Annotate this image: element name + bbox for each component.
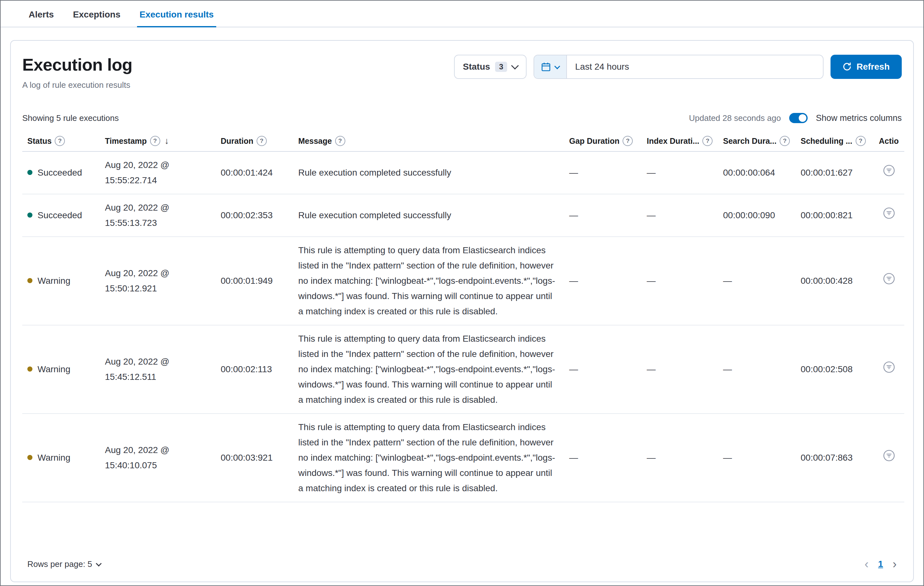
scheduling-delay-cell: 00:00:00:428: [795, 237, 874, 325]
search-duration-cell: —: [718, 237, 795, 325]
previous-page-icon[interactable]: ‹: [865, 558, 869, 570]
row-actions-filter-icon[interactable]: [883, 164, 895, 177]
message-cell: Rule execution completed successfully: [293, 194, 564, 237]
status-label: Warning: [38, 276, 70, 286]
tab-alerts[interactable]: Alerts: [26, 1, 56, 27]
toolbar-right: Updated 28 seconds ago Show metrics colu…: [689, 113, 902, 123]
status-label: Succeeded: [38, 210, 82, 220]
chevron-down-icon: [554, 63, 560, 69]
execution-log-panel: Execution log A log of rule execution re…: [10, 40, 914, 582]
status-filter-button[interactable]: Status 3: [454, 55, 526, 79]
help-icon[interactable]: ?: [55, 136, 65, 146]
status-cell: Succeeded: [22, 151, 100, 194]
gap-duration-cell: —: [564, 325, 642, 414]
help-icon[interactable]: ?: [257, 136, 267, 146]
help-icon[interactable]: ?: [335, 136, 345, 146]
page-number[interactable]: 1: [878, 559, 883, 569]
status-cell: Warning: [22, 237, 100, 325]
table-body: Succeeded Aug 20, 2022 @ 15:55:22.714 00…: [22, 151, 904, 502]
index-duration-cell: —: [642, 151, 718, 194]
message-cell: This rule is attempting to query data fr…: [293, 414, 564, 502]
refresh-button-label: Refresh: [856, 62, 890, 72]
gap-duration-cell: —: [564, 151, 642, 194]
show-metrics-toggle[interactable]: [789, 113, 808, 123]
rows-per-page-label: Rows per page: 5: [27, 559, 92, 569]
execution-results-page: Alerts Exceptions Execution results Exec…: [0, 0, 924, 586]
column-header-search-duration: Search Dura...?: [718, 131, 795, 151]
duration-cell: 00:00:01:949: [216, 237, 293, 325]
status-label: Warning: [38, 453, 70, 463]
actions-cell: [874, 325, 904, 414]
timestamp-cell: Aug 20, 2022 @ 15:40:10.075: [100, 414, 216, 502]
status-cell: Warning: [22, 414, 100, 502]
timestamp-cell: Aug 20, 2022 @ 15:50:12.921: [100, 237, 216, 325]
table-toolbar: Showing 5 rule executions Updated 28 sec…: [22, 113, 902, 123]
table-row: Warning Aug 20, 2022 @ 15:50:12.921 00:0…: [22, 237, 904, 325]
timestamp-cell: Aug 20, 2022 @ 15:55:13.723: [100, 194, 216, 237]
tab-exceptions[interactable]: Exceptions: [70, 1, 123, 27]
message-cell: This rule is attempting to query data fr…: [293, 325, 564, 414]
index-duration-cell: —: [642, 325, 718, 414]
status-dot: [27, 212, 33, 218]
table-row: Succeeded Aug 20, 2022 @ 15:55:22.714 00…: [22, 151, 904, 194]
table-row: Warning Aug 20, 2022 @ 15:40:10.075 00:0…: [22, 414, 904, 502]
status-label: Succeeded: [38, 168, 82, 177]
pagination: ‹ 1 ›: [865, 558, 897, 570]
tab-execution-results[interactable]: Execution results: [137, 1, 216, 27]
status-filter-label: Status: [463, 62, 490, 72]
column-header-timestamp[interactable]: Timestamp?↓: [100, 131, 216, 151]
actions-cell: [874, 237, 904, 325]
gap-duration-cell: —: [564, 237, 642, 325]
sort-desc-icon: ↓: [165, 136, 169, 146]
status-cell: Warning: [22, 325, 100, 414]
row-actions-filter-icon[interactable]: [883, 361, 895, 374]
duration-cell: 00:00:02:113: [216, 325, 293, 414]
column-header-actions: Actions: [874, 131, 904, 151]
toggle-knob: [799, 114, 806, 122]
timestamp-cell: Aug 20, 2022 @ 15:45:12.511: [100, 325, 216, 414]
status-dot: [27, 455, 33, 460]
table-row: Succeeded Aug 20, 2022 @ 15:55:13.723 00…: [22, 194, 904, 237]
help-icon[interactable]: ?: [622, 136, 633, 146]
status-dot: [27, 366, 33, 372]
row-actions-filter-icon[interactable]: [883, 207, 895, 220]
message-cell: Rule execution completed successfully: [293, 151, 564, 194]
status-dot: [27, 170, 33, 175]
actions-cell: [874, 414, 904, 502]
execution-log-table: Status? Timestamp?↓ Duration? Message? G…: [22, 131, 904, 502]
panel-header: Execution log A log of rule execution re…: [22, 53, 902, 90]
scheduling-delay-cell: 00:00:00:821: [795, 194, 874, 237]
header-controls: Status 3: [454, 55, 902, 79]
row-actions-filter-icon[interactable]: [883, 449, 895, 462]
help-icon[interactable]: ?: [150, 136, 160, 146]
help-icon[interactable]: ?: [856, 136, 866, 146]
next-page-icon[interactable]: ›: [893, 558, 897, 570]
gap-duration-cell: —: [564, 194, 642, 237]
status-cell: Succeeded: [22, 194, 100, 237]
status-dot: [27, 278, 33, 283]
refresh-button[interactable]: Refresh: [830, 55, 902, 79]
date-picker: Last 24 hours: [533, 55, 823, 79]
rows-per-page-button[interactable]: Rows per page: 5: [27, 559, 101, 569]
search-duration-cell: 00:00:00:090: [718, 194, 795, 237]
row-actions-filter-icon[interactable]: [883, 272, 895, 285]
column-header-gap-duration: Gap Duration?: [564, 131, 642, 151]
help-icon[interactable]: ?: [702, 136, 713, 146]
date-range-value[interactable]: Last 24 hours: [567, 55, 823, 78]
column-header-status: Status?: [22, 131, 100, 151]
search-duration-cell: —: [718, 414, 795, 502]
chevron-down-icon: [511, 62, 518, 70]
last-updated-text: Updated 28 seconds ago: [689, 113, 781, 123]
help-icon[interactable]: ?: [780, 136, 790, 146]
status-label: Warning: [38, 364, 70, 374]
table-row: Warning Aug 20, 2022 @ 15:45:12.511 00:0…: [22, 325, 904, 414]
message-cell: This rule is attempting to query data fr…: [293, 237, 564, 325]
page-subtitle: A log of rule execution results: [22, 80, 132, 90]
date-quick-select-button[interactable]: [534, 55, 567, 78]
column-header-index-duration: Index Durati...?: [642, 131, 718, 151]
tab-bar: Alerts Exceptions Execution results: [1, 1, 923, 27]
refresh-icon: [843, 62, 851, 71]
index-duration-cell: —: [642, 414, 718, 502]
table-footer: Rows per page: 5 ‹ 1 ›: [22, 549, 902, 573]
duration-cell: 00:00:01:424: [216, 151, 293, 194]
